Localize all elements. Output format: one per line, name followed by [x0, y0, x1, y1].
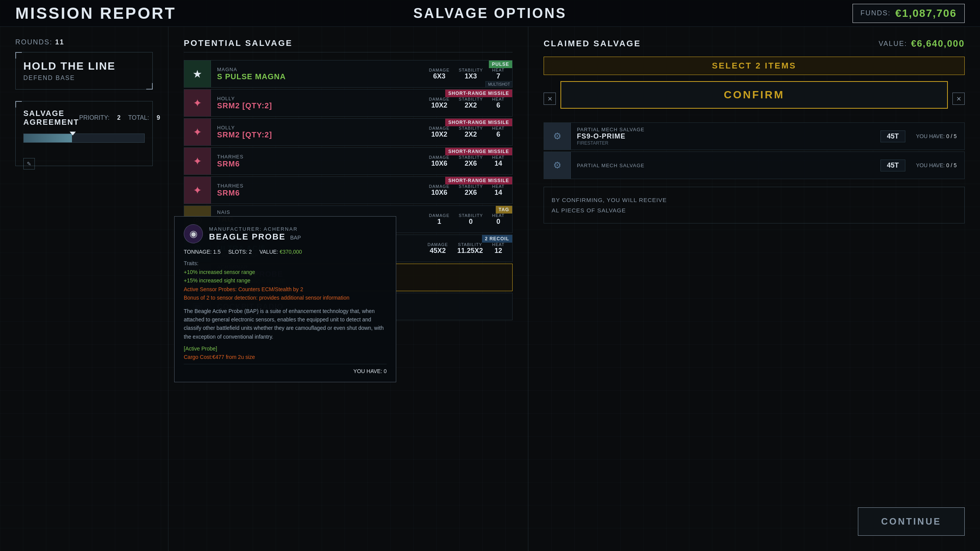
priority-value: 2 — [117, 114, 121, 121]
priority-label: PRIORITY: — [79, 114, 109, 121]
item-icon-srm: ✦ — [184, 90, 211, 116]
claimed-title: CLAIMED SALVAGE — [544, 39, 641, 49]
right-panel: CLAIMED SALVAGE VALUE: €6,640,000 SELECT… — [528, 27, 980, 551]
tooltip-description: The Beagle Active Probe (BAP) is a suite… — [184, 307, 387, 341]
mission-box: HOLD THE LINE DEFEND BASE — [15, 52, 153, 90]
claimed-item-icon: ⚙ — [544, 123, 571, 150]
notice-box: BY CONFIRMING, YOU WILL RECEIVE AL PIECE… — [544, 187, 965, 223]
item-manufacturer: HOLLY — [217, 125, 415, 130]
tooltip-trait-2: +15% increased sight range — [184, 276, 387, 285]
type-badge: SHORT-RANGE MISSILE — [445, 119, 512, 126]
item-manufacturer: THARHES — [217, 154, 415, 160]
tooltip-meta: TONNAGE: 1.5 SLOTS: 2 VALUE: €370,000 — [184, 249, 387, 255]
item-stats: DAMAGE10X2 STABILITY2X2 HEAT6 — [421, 97, 512, 109]
claimed-item-info-2: PARTIAL MECH SALVAGE — [571, 160, 877, 171]
item-info: THARHES SRM6 — [211, 180, 421, 201]
item-manufacturer: HOLLY — [217, 96, 415, 101]
continue-button[interactable]: CONTINUE — [858, 507, 965, 536]
item-stats: DAMAGE10X6 STABILITY2X6 HEAT14 — [421, 155, 512, 168]
item-manufacturer: NAIS — [217, 209, 415, 215]
item-manufacturer: THARHES — [217, 183, 415, 189]
item-info: HOLLY SRM2 [QTY:2] — [211, 122, 421, 142]
confirm-button[interactable]: CONFIRM — [560, 81, 948, 109]
tooltip-trait-1: +10% increased sensor range — [184, 268, 387, 276]
section-header: SALVAGE AGREEMENT PRIORITY: 2 TOTAL: 9 — [23, 109, 145, 127]
item-icon-srm6b: ✦ — [184, 177, 211, 204]
left-panel: ROUNDS: 11 HOLD THE LINE DEFEND BASE SAL… — [0, 27, 168, 551]
tooltip-active: [Active Probe] — [184, 346, 387, 352]
item-name: SRM6 — [217, 189, 415, 197]
tooltip-footer: YOU HAVE: 0 — [184, 364, 387, 374]
claimed-have-2: YOU HAVE: 0 / 5 — [908, 162, 964, 168]
rounds-value: 11 — [55, 38, 64, 46]
total-value: 9 — [157, 114, 160, 121]
tooltip-traits: Traits: +10% increased sensor range +15%… — [184, 260, 387, 302]
funds-display: FUNDS: €1,087,706 — [853, 4, 965, 23]
list-item[interactable]: ✦ THARHES SRM6 DAMAGE10X6 STABILITY2X6 H… — [184, 147, 513, 175]
potential-salvage-title: POTENTIAL SALVAGE — [184, 38, 513, 52]
type-badge: TAG — [496, 206, 512, 214]
rounds-label: ROUNDS: 11 — [15, 38, 153, 46]
item-info: MAGNA S PULSE MAGNA — [211, 64, 421, 84]
item-name: S PULSE MAGNA — [217, 72, 415, 81]
item-stats: DAMAGE1 STABILITY0 HEAT0 — [421, 213, 512, 226]
claimed-item[interactable]: ⚙ PARTIAL MECH SALVAGE 45T YOU HAVE: 0 /… — [544, 152, 965, 179]
item-manufacturer: MAGNA — [217, 67, 415, 72]
edit-icon[interactable]: ✎ — [23, 158, 35, 170]
mission-type: DEFEND BASE — [23, 75, 145, 82]
salvage-agreement-section: SALVAGE AGREEMENT PRIORITY: 2 TOTAL: 9 ✎ — [15, 101, 153, 166]
funds-label: FUNDS: — [861, 9, 891, 17]
total-label: TOTAL: — [128, 114, 149, 121]
salvage-options-title: SALVAGE OPTIONS — [413, 5, 567, 21]
claimed-name: FS9-O-PRIME — [577, 132, 871, 140]
funds-amount: €1,087,706 — [895, 7, 957, 20]
traits-label: Traits: — [184, 260, 387, 266]
mission-report-title: MISSION REPORT — [15, 4, 176, 23]
mission-name: HOLD THE LINE — [23, 60, 145, 72]
progress-marker — [70, 132, 76, 135]
tooltip-header: ◉ MANUFACTURER: ACHERNAR BEAGLE PROBE BA… — [184, 224, 387, 243]
claimed-tonnage: 45T — [880, 130, 905, 142]
claimed-type-2: PARTIAL MECH SALVAGE — [577, 163, 871, 168]
salvage-agreement-label: SALVAGE AGREEMENT — [23, 109, 79, 127]
progress-bar — [23, 134, 145, 143]
type-badge: SHORT-RANGE MISSILE — [445, 177, 512, 184]
list-item[interactable]: ✦ HOLLY SRM2 [QTY:2] DAMAGE10X2 STABILIT… — [184, 118, 513, 146]
value-label: VALUE: — [879, 40, 907, 48]
tooltip-type: BAP — [290, 235, 301, 241]
item-icon-pulse: ★ — [184, 60, 211, 87]
tooltip-name: BEAGLE PROBE — [209, 232, 286, 242]
list-item[interactable]: ★ MAGNA S PULSE MAGNA DAMAGE6X3 STABILIT… — [184, 60, 513, 88]
remove-left-button[interactable]: ✕ — [544, 93, 556, 105]
claimed-type: PARTIAL MECH SALVAGE — [577, 127, 871, 132]
item-stats: DAMAGE45X2 STABILITY11.25X2 HEAT12 — [420, 242, 512, 255]
tooltip-manufacturer: MANUFACTURER: ACHERNAR — [209, 226, 387, 232]
type-badge: SHORT-RANGE MISSILE — [445, 90, 512, 97]
confirm-row: ✕ CONFIRM ✕ — [544, 81, 965, 116]
notice-line-1: BY CONFIRMING, YOU WILL RECEIVE — [552, 195, 957, 205]
type-badge: SHORT-RANGE MISSILE — [445, 148, 512, 155]
item-icon-srm2: ✦ — [184, 119, 211, 145]
right-header: CLAIMED SALVAGE VALUE: €6,640,000 — [544, 38, 965, 49]
claimed-item[interactable]: ⚙ PARTIAL MECH SALVAGE FS9-O-PRIME FIRES… — [544, 122, 965, 150]
tooltip-trait-3: Active Sensor Probes: Counters ECM/Steal… — [184, 285, 387, 293]
list-item[interactable]: ✦ HOLLY SRM2 [QTY:2] DAMAGE10X2 STABILIT… — [184, 89, 513, 117]
item-info: THARHES SRM6 — [211, 151, 421, 171]
select-items-text: SELECT 2 ITEMS — [712, 61, 796, 70]
item-icon-srm6: ✦ — [184, 148, 211, 174]
tooltip-title-area: MANUFACTURER: ACHERNAR BEAGLE PROBE BAP — [209, 226, 387, 242]
claimed-item-icon-2: ⚙ — [544, 152, 571, 179]
select-items-bar: SELECT 2 ITEMS — [544, 57, 965, 75]
claimed-subtype: FIRESTARTER — [577, 140, 871, 146]
list-item[interactable]: ✦ THARHES SRM6 DAMAGE10X6 STABILITY2X6 H… — [184, 176, 513, 204]
tooltip-cargo: Cargo Cost:€477 from 2u size — [184, 354, 387, 360]
item-info: HOLLY SRM2 [QTY:2] — [211, 93, 421, 113]
remove-right-button[interactable]: ✕ — [952, 93, 965, 105]
priority-info: PRIORITY: 2 TOTAL: 9 — [79, 114, 160, 121]
item-stats: DAMAGE6X3 STABILITY1X3 HEAT7 — [421, 68, 512, 80]
item-name: SRM2 [QTY:2] — [217, 101, 415, 110]
item-name: SRM6 — [217, 160, 415, 168]
type-badge: 2 RECOIL — [482, 235, 512, 243]
claimed-tonnage-2: 45T — [880, 160, 905, 171]
value-amount: €6,640,000 — [911, 38, 965, 49]
